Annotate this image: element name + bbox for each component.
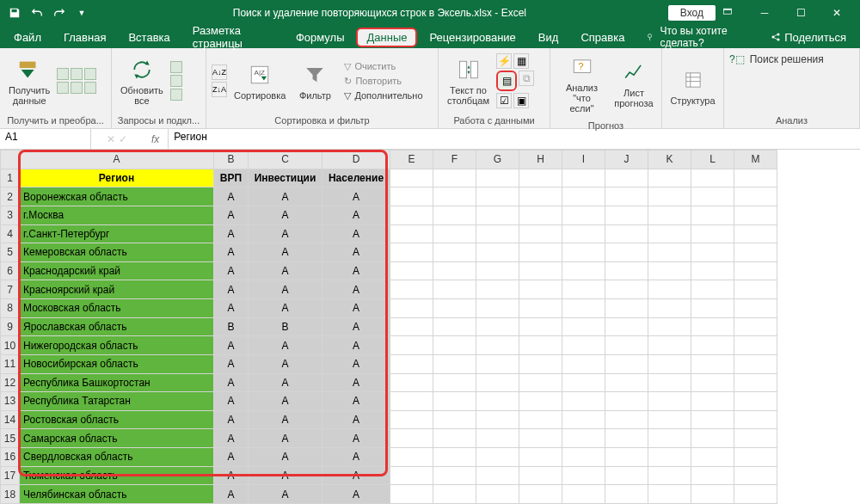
cell[interactable] — [562, 206, 605, 224]
cell[interactable]: A — [214, 448, 249, 467]
cell[interactable] — [476, 317, 519, 336]
cell[interactable]: A — [249, 299, 322, 318]
cell[interactable] — [648, 299, 691, 318]
close-icon[interactable]: ✕ — [819, 1, 855, 25]
cell[interactable] — [648, 224, 691, 243]
ribbon-options-icon[interactable] — [722, 7, 733, 20]
cell[interactable]: B — [249, 317, 322, 336]
cell[interactable]: A — [214, 224, 249, 243]
cell[interactable] — [734, 169, 777, 187]
tab-data[interactable]: Данные — [356, 28, 417, 47]
cell[interactable]: A — [214, 410, 249, 429]
cell[interactable] — [433, 224, 476, 243]
cell[interactable]: A — [322, 336, 390, 355]
qat-dropdown-icon[interactable]: ▼ — [72, 3, 91, 22]
cell[interactable]: Нижегородская область — [20, 336, 214, 355]
cell[interactable] — [562, 187, 605, 206]
row-header[interactable]: 16 — [1, 448, 20, 467]
cell[interactable]: A — [249, 466, 322, 485]
cell[interactable] — [433, 299, 476, 318]
cell[interactable] — [562, 373, 605, 392]
cell[interactable] — [433, 206, 476, 224]
cell[interactable] — [390, 466, 433, 485]
cell[interactable] — [519, 280, 562, 299]
name-box[interactable]: A1 — [0, 129, 91, 149]
manage-data-model-icon[interactable]: ▣ — [513, 93, 529, 108]
cell[interactable] — [519, 336, 562, 355]
cell[interactable] — [390, 354, 433, 373]
tab-formulas[interactable]: Формулы — [286, 28, 355, 47]
col-header-B[interactable]: B — [214, 151, 249, 169]
consolidate-icon[interactable]: ▦ — [513, 53, 529, 69]
cell[interactable]: A — [249, 280, 322, 299]
cell[interactable]: Воронежская область — [20, 187, 214, 206]
cell[interactable] — [605, 466, 648, 485]
cell[interactable] — [476, 466, 519, 485]
cell[interactable] — [605, 336, 648, 355]
cell[interactable] — [519, 243, 562, 262]
cell[interactable] — [390, 243, 433, 262]
cell[interactable] — [476, 429, 519, 448]
cell[interactable]: A — [322, 354, 390, 373]
cell[interactable] — [519, 299, 562, 318]
advanced-filter-button[interactable]: ▽Дополнительно — [341, 89, 426, 102]
cell[interactable]: A — [322, 317, 390, 336]
cell[interactable] — [390, 261, 433, 280]
col-header-J[interactable]: J — [605, 151, 648, 169]
row-header[interactable]: 7 — [1, 280, 20, 299]
cell[interactable] — [691, 410, 734, 429]
cell[interactable]: Население — [322, 169, 390, 187]
cell[interactable]: A — [322, 261, 390, 280]
cell[interactable] — [519, 429, 562, 448]
cell[interactable] — [562, 466, 605, 485]
cell[interactable]: A — [214, 373, 249, 392]
queries-small[interactable] — [170, 61, 187, 101]
sort-az-buttons[interactable]: A↓Z Z↓A — [212, 65, 227, 97]
cell[interactable] — [605, 448, 648, 467]
cell[interactable] — [605, 354, 648, 373]
cell[interactable]: A — [249, 261, 322, 280]
col-header-L[interactable]: L — [691, 151, 734, 169]
cell[interactable] — [476, 485, 519, 504]
row-header[interactable]: 10 — [1, 336, 20, 355]
cell[interactable] — [433, 410, 476, 429]
cell[interactable] — [519, 410, 562, 429]
cell[interactable] — [433, 336, 476, 355]
cell[interactable] — [390, 373, 433, 392]
sort-desc-icon[interactable]: Z↓A — [212, 82, 227, 97]
reapply-filter-button[interactable]: ↻Повторить — [341, 75, 426, 88]
tab-view[interactable]: Вид — [528, 28, 569, 47]
cell[interactable] — [648, 336, 691, 355]
cell[interactable]: Новосибирская область — [20, 354, 214, 373]
cell[interactable]: Краснодарский край — [20, 261, 214, 280]
cell[interactable]: Республика Башкортостан — [20, 373, 214, 392]
cell[interactable]: A — [322, 485, 390, 504]
cell[interactable] — [691, 243, 734, 262]
row-header[interactable]: 11 — [1, 354, 20, 373]
cell[interactable] — [562, 280, 605, 299]
cell[interactable] — [691, 280, 734, 299]
cell[interactable]: г.Санкт-Петербург — [20, 224, 214, 243]
outline-button[interactable]: Структура — [667, 65, 718, 108]
cell[interactable] — [390, 224, 433, 243]
cell[interactable]: A — [214, 206, 249, 224]
cell[interactable] — [562, 317, 605, 336]
cell[interactable] — [605, 224, 648, 243]
cell[interactable]: A — [214, 280, 249, 299]
cell[interactable] — [691, 354, 734, 373]
cell[interactable] — [691, 206, 734, 224]
cell[interactable]: Кемеровская область — [20, 243, 214, 262]
cell[interactable] — [691, 429, 734, 448]
tab-home[interactable]: Главная — [53, 28, 116, 47]
cell[interactable] — [605, 169, 648, 187]
cell[interactable] — [476, 373, 519, 392]
cell[interactable] — [476, 392, 519, 411]
cell[interactable]: A — [214, 187, 249, 206]
cell[interactable] — [390, 206, 433, 224]
cell[interactable]: A — [214, 299, 249, 318]
row-header[interactable]: 14 — [1, 410, 20, 429]
cell[interactable] — [605, 299, 648, 318]
sort-asc-icon[interactable]: A↓Z — [212, 65, 227, 80]
relationships-icon[interactable]: ⧉ — [519, 71, 534, 86]
cell[interactable] — [562, 485, 605, 504]
